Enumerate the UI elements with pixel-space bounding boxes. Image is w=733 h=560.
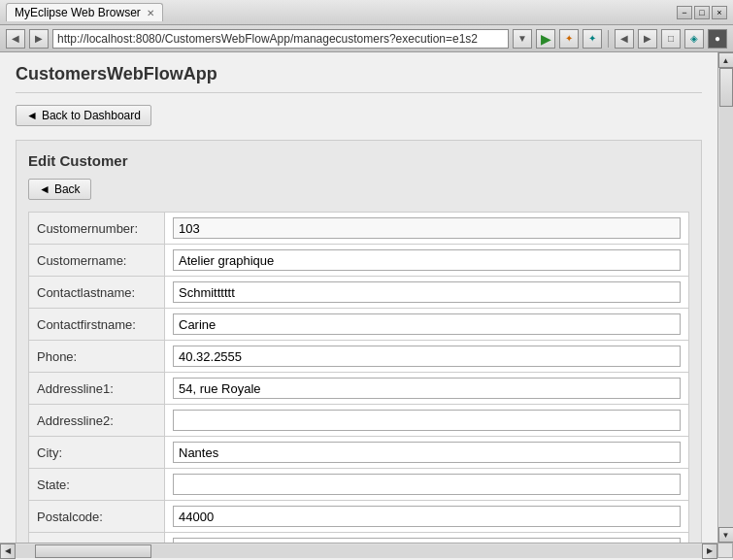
tab-label: MyEclipse Web Browser [15,6,141,19]
toolbar-separator [608,30,609,48]
scroll-up-button[interactable]: ▲ [718,52,734,68]
back-to-dashboard-label: Back to Dashboard [42,109,141,122]
field-input-3[interactable] [173,313,681,335]
minimize-button[interactable]: − [677,6,692,19]
field-input-6[interactable] [173,410,681,431]
table-row: Country: [29,533,689,544]
field-label-7: City: [29,437,165,469]
window-controls: − □ × [677,6,727,19]
field-label-5: Addressline1: [29,373,165,405]
table-row: Contactfirstname: [29,309,689,341]
field-label-6: Addressline2: [29,405,165,437]
field-cell-0 [165,213,689,245]
vertical-scrollbar[interactable]: ▲ ▼ [717,52,733,543]
scrollbar-corner [717,543,733,558]
table-row: State: [29,469,689,501]
field-input-9[interactable] [173,506,681,527]
field-label-0: Customernumber: [29,213,165,245]
field-label-1: Customername: [29,245,165,277]
field-cell-7 [165,437,689,469]
back-button[interactable]: ◄ Back [28,179,91,200]
scroll-thumb[interactable] [719,68,733,107]
content-area: CustomersWebFlowApp ◄ Back to Dashboard … [0,52,717,543]
nav-fwd2[interactable]: ▶ [638,29,657,49]
field-input-4[interactable] [173,346,681,367]
tab-close-icon[interactable]: ✕ [147,8,154,18]
table-row: Addressline2: [29,405,689,437]
nav-box1[interactable]: □ [661,29,681,49]
refresh-btn[interactable]: ✦ [559,29,579,49]
url-input[interactable] [52,29,509,49]
field-input-2[interactable] [173,281,681,303]
horizontal-scrollbar[interactable]: ◀ ▶ [0,543,717,558]
field-cell-3 [165,309,689,341]
back-btn-arrow-icon: ◄ [39,182,50,196]
table-row: Phone: [29,341,689,373]
field-cell-6 [165,405,689,437]
field-input-0[interactable] [173,217,681,239]
scroll-track[interactable] [719,68,733,527]
field-label-4: Phone: [29,341,165,373]
back-to-dashboard-arrow-icon: ◄ [26,109,38,122]
nav-icon2[interactable]: ◈ [684,29,704,49]
nav-icon3[interactable]: ● [708,29,727,49]
app-title: CustomersWebFlowApp [16,64,702,93]
maximize-button[interactable]: □ [694,6,710,19]
field-cell-4 [165,341,689,373]
dropdown-btn[interactable]: ▼ [513,29,532,49]
field-input-1[interactable] [173,249,681,271]
field-cell-10 [165,533,689,544]
close-button[interactable]: × [712,6,727,19]
table-row: Postalcode: [29,501,689,533]
field-label-3: Contactfirstname: [29,309,165,341]
field-cell-8 [165,469,689,501]
browser-tab[interactable]: MyEclipse Web Browser ✕ [6,3,163,21]
back-btn-label: Back [54,182,81,196]
field-label-10: Country: [29,533,165,544]
field-cell-9 [165,501,689,533]
address-bar: ◀ ▶ ▼ ▶ ✦ ✦ ◀ ▶ □ ◈ ● [0,25,733,52]
customer-form-table: Customernumber:Customername:Contactlastn… [28,212,689,543]
page-content: CustomersWebFlowApp ◄ Back to Dashboard … [0,52,717,543]
table-row: Customername: [29,245,689,277]
field-cell-5 [165,373,689,405]
field-label-9: Postalcode: [29,501,165,533]
back-to-dashboard-button[interactable]: ◄ Back to Dashboard [16,105,151,126]
field-label-8: State: [29,469,165,501]
table-row: Contactlastname: [29,277,689,309]
play-btn[interactable]: ▶ [536,29,555,49]
edit-customer-title: Edit Customer [28,152,689,169]
field-cell-2 [165,277,689,309]
table-row: Customernumber: [29,213,689,245]
table-row: City: [29,437,689,469]
field-cell-1 [165,245,689,277]
back-nav-button[interactable]: ◀ [6,29,25,49]
table-row: Addressline1: [29,373,689,405]
bookmark-btn[interactable]: ✦ [583,29,602,49]
hscroll-left-button[interactable]: ◀ [0,544,16,559]
browser-titlebar: MyEclipse Web Browser ✕ − □ × [0,0,733,25]
field-input-8[interactable] [173,474,681,495]
nav-back2[interactable]: ◀ [615,29,634,49]
field-input-7[interactable] [173,442,681,463]
forward-nav-button[interactable]: ▶ [29,29,49,49]
edit-customer-panel: Edit Customer ◄ Back Customernumber:Cust… [16,140,702,543]
scroll-down-button[interactable]: ▼ [718,527,734,543]
browser-body: CustomersWebFlowApp ◄ Back to Dashboard … [0,52,733,543]
field-input-5[interactable] [173,378,681,399]
field-label-2: Contactlastname: [29,277,165,309]
bottom-bar: ◀ ▶ [0,543,733,558]
hscroll-right-button[interactable]: ▶ [702,544,717,559]
hscroll-track[interactable] [16,544,702,558]
hscroll-thumb[interactable] [35,544,151,558]
